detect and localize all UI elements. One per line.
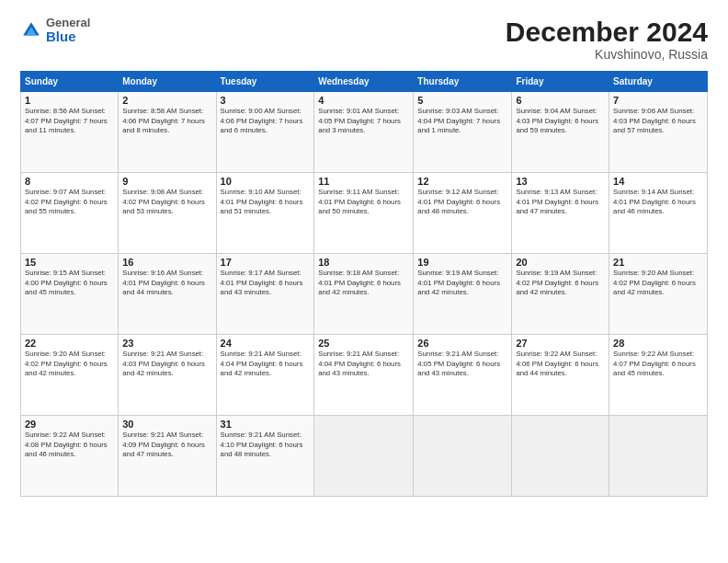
day-info: Sunrise: 9:22 AM Sunset: 4:08 PM Dayligh… xyxy=(25,431,114,460)
day-info: Sunrise: 9:03 AM Sunset: 4:04 PM Dayligh… xyxy=(417,107,507,136)
day-info: Sunrise: 9:07 AM Sunset: 4:02 PM Dayligh… xyxy=(25,188,114,217)
table-row: 18Sunrise: 9:18 AM Sunset: 4:01 PM Dayli… xyxy=(314,254,414,335)
day-number: 30 xyxy=(122,419,211,430)
table-row: 4Sunrise: 9:01 AM Sunset: 4:05 PM Daylig… xyxy=(314,92,414,173)
table-row xyxy=(414,416,512,497)
table-row: 22Sunrise: 9:20 AM Sunset: 4:02 PM Dayli… xyxy=(21,335,119,416)
table-row xyxy=(609,416,708,497)
day-number: 10 xyxy=(221,176,311,187)
day-info: Sunrise: 9:20 AM Sunset: 4:02 PM Dayligh… xyxy=(613,269,703,298)
table-row: 2Sunrise: 8:58 AM Sunset: 4:06 PM Daylig… xyxy=(119,92,216,173)
day-info: Sunrise: 9:00 AM Sunset: 4:06 PM Dayligh… xyxy=(221,107,311,136)
col-thursday: Thursday xyxy=(414,72,512,92)
page: General Blue December 2024 Kuvshinovo, R… xyxy=(0,0,728,563)
table-row: 6Sunrise: 9:04 AM Sunset: 4:03 PM Daylig… xyxy=(512,92,609,173)
day-info: Sunrise: 9:04 AM Sunset: 4:03 PM Dayligh… xyxy=(516,107,605,136)
day-info: Sunrise: 9:21 AM Sunset: 4:04 PM Dayligh… xyxy=(221,350,311,379)
day-info: Sunrise: 9:22 AM Sunset: 4:06 PM Dayligh… xyxy=(516,350,605,379)
table-row: 29Sunrise: 9:22 AM Sunset: 4:08 PM Dayli… xyxy=(21,416,119,497)
day-number: 29 xyxy=(25,419,114,430)
day-number: 31 xyxy=(221,419,311,430)
day-info: Sunrise: 8:56 AM Sunset: 4:07 PM Dayligh… xyxy=(25,107,114,136)
day-info: Sunrise: 9:12 AM Sunset: 4:01 PM Dayligh… xyxy=(417,188,507,217)
day-info: Sunrise: 9:16 AM Sunset: 4:01 PM Dayligh… xyxy=(122,269,211,298)
logo-blue: Blue xyxy=(46,29,90,45)
day-info: Sunrise: 9:21 AM Sunset: 4:03 PM Dayligh… xyxy=(122,350,211,379)
table-row: 30Sunrise: 9:21 AM Sunset: 4:09 PM Dayli… xyxy=(119,416,216,497)
logo-text: General Blue xyxy=(46,17,90,45)
table-row: 26Sunrise: 9:21 AM Sunset: 4:05 PM Dayli… xyxy=(414,335,512,416)
table-row: 1Sunrise: 8:56 AM Sunset: 4:07 PM Daylig… xyxy=(21,92,119,173)
table-row: 8Sunrise: 9:07 AM Sunset: 4:02 PM Daylig… xyxy=(21,173,119,254)
col-friday: Friday xyxy=(512,72,609,92)
table-row: 5Sunrise: 9:03 AM Sunset: 4:04 PM Daylig… xyxy=(414,92,512,173)
day-number: 26 xyxy=(417,338,507,349)
table-row: 14Sunrise: 9:14 AM Sunset: 4:01 PM Dayli… xyxy=(609,173,708,254)
table-row xyxy=(512,416,609,497)
calendar-subtitle: Kuvshinovo, Russia xyxy=(506,47,708,62)
calendar-header-row: Sunday Monday Tuesday Wednesday Thursday… xyxy=(21,72,708,92)
day-info: Sunrise: 9:19 AM Sunset: 4:02 PM Dayligh… xyxy=(516,269,605,298)
table-row: 15Sunrise: 9:15 AM Sunset: 4:00 PM Dayli… xyxy=(21,254,119,335)
day-info: Sunrise: 9:20 AM Sunset: 4:02 PM Dayligh… xyxy=(25,350,114,379)
table-row: 3Sunrise: 9:00 AM Sunset: 4:06 PM Daylig… xyxy=(216,92,314,173)
col-wednesday: Wednesday xyxy=(314,72,414,92)
table-row: 21Sunrise: 9:20 AM Sunset: 4:02 PM Dayli… xyxy=(609,254,708,335)
day-number: 22 xyxy=(25,338,114,349)
table-row: 9Sunrise: 9:08 AM Sunset: 4:02 PM Daylig… xyxy=(119,173,216,254)
table-row: 27Sunrise: 9:22 AM Sunset: 4:06 PM Dayli… xyxy=(512,335,609,416)
day-number: 23 xyxy=(122,338,211,349)
day-number: 14 xyxy=(613,176,703,187)
day-number: 17 xyxy=(221,257,311,268)
day-info: Sunrise: 9:15 AM Sunset: 4:00 PM Dayligh… xyxy=(25,269,114,298)
day-number: 21 xyxy=(613,257,703,268)
table-row: 23Sunrise: 9:21 AM Sunset: 4:03 PM Dayli… xyxy=(119,335,216,416)
day-info: Sunrise: 9:22 AM Sunset: 4:07 PM Dayligh… xyxy=(613,350,703,379)
day-number: 8 xyxy=(25,176,114,187)
logo-general: General xyxy=(46,17,90,29)
day-number: 16 xyxy=(122,257,211,268)
table-row: 7Sunrise: 9:06 AM Sunset: 4:03 PM Daylig… xyxy=(609,92,708,173)
day-number: 25 xyxy=(318,338,409,349)
day-number: 24 xyxy=(221,338,311,349)
col-sunday: Sunday xyxy=(21,72,119,92)
table-row: 12Sunrise: 9:12 AM Sunset: 4:01 PM Dayli… xyxy=(414,173,512,254)
day-info: Sunrise: 9:11 AM Sunset: 4:01 PM Dayligh… xyxy=(318,188,409,217)
table-row: 25Sunrise: 9:21 AM Sunset: 4:04 PM Dayli… xyxy=(314,335,414,416)
day-number: 4 xyxy=(318,95,409,106)
day-info: Sunrise: 9:01 AM Sunset: 4:05 PM Dayligh… xyxy=(318,107,409,136)
day-number: 18 xyxy=(318,257,409,268)
col-saturday: Saturday xyxy=(609,72,708,92)
day-number: 11 xyxy=(318,176,409,187)
day-info: Sunrise: 9:18 AM Sunset: 4:01 PM Dayligh… xyxy=(318,269,409,298)
table-row xyxy=(314,416,414,497)
day-number: 7 xyxy=(613,95,703,106)
day-info: Sunrise: 9:19 AM Sunset: 4:01 PM Dayligh… xyxy=(417,269,507,298)
day-info: Sunrise: 9:13 AM Sunset: 4:01 PM Dayligh… xyxy=(516,188,605,217)
title-block: December 2024 Kuvshinovo, Russia xyxy=(506,17,708,62)
table-row: 24Sunrise: 9:21 AM Sunset: 4:04 PM Dayli… xyxy=(216,335,314,416)
calendar-title: December 2024 xyxy=(506,17,708,47)
table-row: 10Sunrise: 9:10 AM Sunset: 4:01 PM Dayli… xyxy=(216,173,314,254)
day-number: 15 xyxy=(25,257,114,268)
logo: General Blue xyxy=(20,17,90,45)
day-info: Sunrise: 9:21 AM Sunset: 4:10 PM Dayligh… xyxy=(221,431,311,460)
day-number: 13 xyxy=(516,176,605,187)
day-info: Sunrise: 9:21 AM Sunset: 4:09 PM Dayligh… xyxy=(122,431,211,460)
table-row: 13Sunrise: 9:13 AM Sunset: 4:01 PM Dayli… xyxy=(512,173,609,254)
day-info: Sunrise: 9:08 AM Sunset: 4:02 PM Dayligh… xyxy=(122,188,211,217)
day-number: 20 xyxy=(516,257,605,268)
table-row: 11Sunrise: 9:11 AM Sunset: 4:01 PM Dayli… xyxy=(314,173,414,254)
day-number: 1 xyxy=(25,95,114,106)
logo-icon xyxy=(20,19,42,41)
day-number: 3 xyxy=(221,95,311,106)
day-info: Sunrise: 9:06 AM Sunset: 4:03 PM Dayligh… xyxy=(613,107,703,136)
table-row: 31Sunrise: 9:21 AM Sunset: 4:10 PM Dayli… xyxy=(216,416,314,497)
col-monday: Monday xyxy=(119,72,216,92)
day-info: Sunrise: 9:10 AM Sunset: 4:01 PM Dayligh… xyxy=(221,188,311,217)
day-number: 19 xyxy=(417,257,507,268)
day-number: 27 xyxy=(516,338,605,349)
table-row: 20Sunrise: 9:19 AM Sunset: 4:02 PM Dayli… xyxy=(512,254,609,335)
day-info: Sunrise: 9:14 AM Sunset: 4:01 PM Dayligh… xyxy=(613,188,703,217)
day-number: 2 xyxy=(122,95,211,106)
